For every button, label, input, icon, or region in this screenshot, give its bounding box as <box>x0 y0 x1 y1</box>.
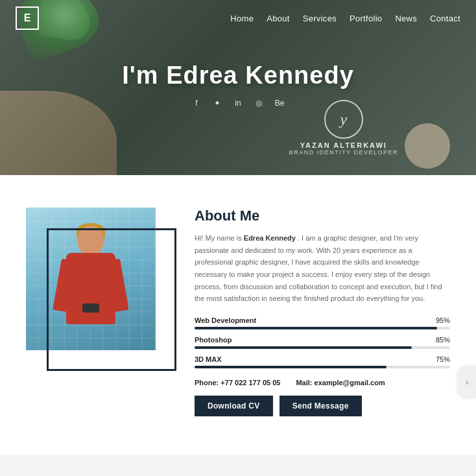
social-instagram[interactable]: ◎ <box>253 97 265 109</box>
skill-bar-fill-web <box>195 327 437 329</box>
behance-icon: Be <box>274 97 285 109</box>
designer-card: y YAZAN ALTERKAWI BRAND IDENTITY DEVELOP… <box>289 100 398 156</box>
social-behance[interactable]: Be <box>274 97 285 109</box>
navbar: E Home About Services Portfolio News Con… <box>0 0 476 36</box>
linkedin-icon: in <box>232 97 244 109</box>
hero-title: I'm Edrea Kennedy <box>122 62 354 89</box>
mail-value: example@gmail.com <box>315 379 385 387</box>
designer-name: YAZAN ALTERKAWI <box>289 141 398 149</box>
scroll-arrow-icon: › <box>466 377 469 387</box>
skill-bar-fill-photoshop <box>195 346 412 349</box>
skill-bar-bg-web <box>195 327 450 329</box>
skill-name-photoshop: Photoshop <box>195 336 232 344</box>
instagram-icon: ◎ <box>253 97 265 109</box>
mail-label: Mail: <box>296 379 312 387</box>
phone-label: Phone: <box>195 379 219 387</box>
skill-web-development: Web Development 95% <box>195 316 450 329</box>
skill-photoshop: Photoshop 85% <box>195 336 450 349</box>
skill-name-web: Web Development <box>195 316 256 324</box>
skill-pct-photoshop: 85% <box>436 336 450 344</box>
contact-row: Phone: +77 022 177 05 05 Mail: example@g… <box>195 379 450 387</box>
download-cv-button[interactable]: Download CV <box>195 396 273 416</box>
send-message-button[interactable]: Send Message <box>280 396 362 416</box>
about-photo-wrapper <box>26 208 169 363</box>
about-photo-border <box>47 228 176 371</box>
nav-link-contact[interactable]: Contact <box>430 14 460 23</box>
about-description: Hi! My name is Edrea Kennedy . I am a gr… <box>195 232 450 305</box>
skill-pct-3dmax: 75% <box>436 355 450 363</box>
designer-circle: y <box>324 100 363 139</box>
nav-link-services[interactable]: Services <box>303 14 337 23</box>
skill-bar-bg-3dmax <box>195 366 450 368</box>
navbar-links: Home About Services Portfolio News Conta… <box>230 12 460 24</box>
social-twitter[interactable]: ✦ <box>211 97 223 109</box>
nav-link-home[interactable]: Home <box>230 14 254 23</box>
contact-phone: Phone: +77 022 177 05 05 <box>195 379 280 387</box>
contact-mail: Mail: example@gmail.com <box>296 379 385 387</box>
skill-bar-fill-3dmax <box>195 366 387 368</box>
about-text: About Me Hi! My name is Edrea Kennedy . … <box>195 208 450 416</box>
skills-list: Web Development 95% Photoshop 85% 3D M <box>195 316 450 368</box>
scroll-indicator[interactable]: › <box>458 366 476 398</box>
nav-link-about[interactable]: About <box>267 14 289 23</box>
social-facebook[interactable]: f <box>191 97 202 109</box>
coffee-decoration <box>405 123 450 169</box>
phone-value: +77 022 177 05 05 <box>220 379 280 387</box>
about-section: About Me Hi! My name is Edrea Kennedy . … <box>0 175 476 455</box>
skill-pct-web: 95% <box>436 316 450 324</box>
services-section: Amazing Services <box>0 455 476 476</box>
skill-3dmax: 3D MAX 75% <box>195 355 450 368</box>
about-name-bold: Edrea Kennedy <box>244 234 296 242</box>
about-heading: About Me <box>195 208 450 224</box>
facebook-icon: f <box>191 97 202 109</box>
designer-role: BRAND IDENTITY DEVELOPER <box>289 149 398 156</box>
hero-section: E Home About Services Portfolio News Con… <box>0 0 476 175</box>
about-description-text: . I am a graphic designer, and I'm very … <box>195 234 442 302</box>
action-buttons: Download CV Send Message <box>195 396 450 416</box>
twitter-icon: ✦ <box>211 97 223 109</box>
skill-name-3dmax: 3D MAX <box>195 355 222 363</box>
nav-link-news[interactable]: News <box>395 14 417 23</box>
nav-link-portfolio[interactable]: Portfolio <box>350 14 382 23</box>
social-linkedin[interactable]: in <box>232 97 244 109</box>
skill-bar-bg-photoshop <box>195 346 450 349</box>
navbar-logo[interactable]: E <box>16 6 39 30</box>
